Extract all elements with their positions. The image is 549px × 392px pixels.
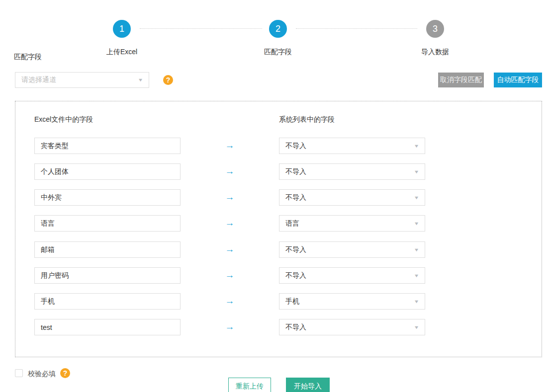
system-field-value: 手机: [285, 297, 299, 306]
arrow-right-icon: →: [224, 269, 236, 281]
excel-field-input[interactable]: 中外宾: [34, 189, 181, 206]
auto-match-fields-button[interactable]: 自动匹配字段: [494, 73, 542, 87]
step-2-label: 匹配字段: [264, 48, 292, 57]
mapping-row: test → 不导入 ▼: [15, 319, 542, 335]
excel-field-input[interactable]: test: [34, 319, 181, 335]
arrow-right-icon: →: [224, 321, 236, 333]
step-connector-2: [296, 28, 417, 29]
field-mapping-panel: Excel文件中的字段 系统列表中的字段 宾客类型 → 不导入 ▼ 个人团体 →…: [15, 101, 542, 357]
system-field-value: 语言: [285, 219, 299, 228]
system-field-value: 不导入: [285, 193, 306, 202]
excel-field-input[interactable]: 语言: [34, 215, 181, 232]
system-field-select[interactable]: 不导入 ▼: [279, 189, 425, 206]
system-field-select[interactable]: 不导入 ▼: [279, 163, 425, 180]
start-import-button[interactable]: 开始导入: [286, 378, 330, 392]
system-field-value: 不导入: [285, 323, 306, 332]
step-2-indicator: 2: [269, 20, 287, 38]
arrow-right-icon: →: [224, 140, 236, 152]
caret-down-icon: ▼: [138, 78, 144, 82]
caret-down-icon: ▼: [414, 195, 420, 200]
caret-down-icon: ▼: [414, 273, 420, 278]
excel-field-input[interactable]: 宾客类型: [34, 138, 181, 154]
system-field-select[interactable]: 不导入 ▼: [279, 241, 425, 258]
system-field-select[interactable]: 语言 ▼: [279, 215, 425, 232]
reupload-button[interactable]: 重新上传: [228, 378, 271, 392]
channel-select[interactable]: 请选择通道 ▼: [15, 72, 149, 88]
validate-required-checkbox[interactable]: [15, 369, 23, 377]
system-field-select[interactable]: 不导入 ▼: [279, 138, 425, 154]
step-1-label: 上传Excel: [106, 48, 137, 57]
validate-required-help-icon[interactable]: ?: [60, 368, 70, 378]
excel-field-input[interactable]: 用户密码: [34, 267, 181, 284]
caret-down-icon: ▼: [414, 221, 420, 226]
system-field-select[interactable]: 不导入 ▼: [279, 267, 425, 284]
excel-field-input[interactable]: 手机: [34, 293, 181, 310]
channel-help-icon[interactable]: ?: [163, 75, 173, 85]
step-3-label: 导入数据: [421, 48, 449, 57]
system-field-value: 不导入: [285, 167, 306, 176]
system-field-value: 不导入: [285, 271, 306, 280]
cancel-field-match-button[interactable]: 取消字段匹配: [438, 73, 484, 87]
arrow-right-icon: →: [224, 165, 236, 177]
mapping-row: 语言 → 语言 ▼: [15, 215, 542, 232]
step-connector-1: [140, 28, 262, 29]
mapping-row: 中外宾 → 不导入 ▼: [15, 189, 542, 206]
step-3-indicator: 3: [426, 20, 444, 38]
caret-down-icon: ▼: [414, 247, 420, 252]
caret-down-icon: ▼: [414, 169, 420, 174]
mapping-row: 个人团体 → 不导入 ▼: [15, 163, 542, 180]
excel-field-input[interactable]: 邮箱: [34, 241, 181, 258]
system-field-value: 不导入: [285, 245, 306, 254]
page-title: 匹配字段: [14, 53, 42, 62]
caret-down-icon: ▼: [414, 325, 420, 329]
mapping-row: 用户密码 → 不导入 ▼: [15, 267, 542, 284]
system-field-select[interactable]: 手机 ▼: [279, 293, 425, 310]
channel-select-placeholder: 请选择通道: [21, 76, 56, 84]
arrow-right-icon: →: [224, 295, 236, 307]
mapping-row: 手机 → 手机 ▼: [15, 293, 542, 310]
system-field-value: 不导入: [285, 142, 306, 151]
excel-fields-header: Excel文件中的字段: [34, 115, 93, 124]
mapping-row: 宾客类型 → 不导入 ▼: [15, 138, 542, 154]
system-field-select[interactable]: 不导入 ▼: [279, 319, 425, 335]
mapping-row: 邮箱 → 不导入 ▼: [15, 241, 542, 258]
validate-required-label: 校验必填: [28, 370, 56, 379]
arrow-right-icon: →: [224, 191, 236, 203]
arrow-right-icon: →: [224, 217, 236, 229]
arrow-right-icon: →: [224, 243, 236, 255]
excel-field-input[interactable]: 个人团体: [34, 163, 181, 180]
caret-down-icon: ▼: [414, 144, 420, 148]
caret-down-icon: ▼: [414, 299, 420, 304]
system-fields-header: 系统列表中的字段: [279, 115, 335, 124]
step-1-indicator: 1: [113, 20, 131, 38]
